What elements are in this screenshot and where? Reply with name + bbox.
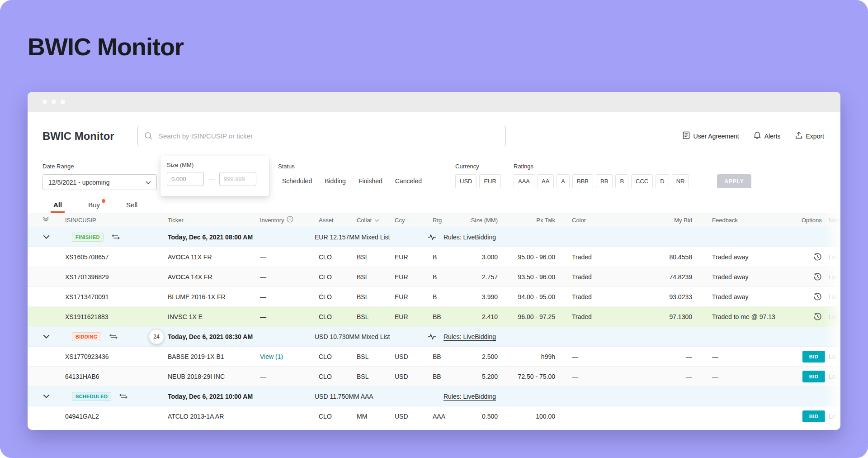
swap-arrows-icon (119, 393, 127, 399)
currency-option-eur[interactable]: EUR (479, 174, 500, 188)
size-max-input[interactable] (219, 172, 256, 186)
column-header-inventory[interactable]: Inventory (260, 216, 319, 224)
tab-buy[interactable]: Buy (85, 201, 103, 213)
user-agreement-button[interactable]: User Agreement (683, 131, 739, 141)
px-talk-link[interactable]: h99h (541, 353, 555, 360)
info-icon[interactable] (287, 216, 293, 224)
asset-cell: CLO (319, 413, 357, 420)
rules-link[interactable]: Rules: LiveBidding (443, 333, 496, 340)
size-min-input[interactable] (167, 172, 204, 186)
rules-link[interactable]: Rules: LiveBidding (443, 393, 496, 400)
status-option-scheduled[interactable]: Scheduled (278, 174, 316, 188)
sort-chevron-icon[interactable] (374, 217, 379, 224)
color-cell: — (561, 413, 660, 420)
rating-option-d[interactable]: D (656, 174, 669, 188)
collapse-group-icon[interactable] (43, 235, 50, 239)
ticker-link[interactable]: AVOCA 11X FR (168, 253, 212, 261)
date-range-label: Date Range (42, 163, 157, 170)
clipped-name-cell: Lo (829, 253, 836, 261)
px-talk-link[interactable]: 100.00 (536, 413, 555, 420)
bid-button[interactable]: BID (802, 371, 825, 382)
column-header-options[interactable]: Options Name (785, 213, 840, 227)
my-bid-cell: — (660, 373, 692, 380)
column-header-color[interactable]: Color (561, 217, 660, 224)
size-cell: 5.200 (468, 373, 500, 380)
status-option-bidding[interactable]: Bidding (321, 174, 350, 188)
rating-option-a[interactable]: A (557, 174, 570, 188)
tab-sell[interactable]: Sell (123, 201, 140, 213)
status-option-canceled[interactable]: Canceled (391, 174, 426, 188)
collapse-all-icon[interactable] (28, 216, 65, 224)
rating-option-bb[interactable]: BB (596, 174, 613, 188)
column-header-isin[interactable]: ISIN/CUSIP (65, 217, 168, 224)
column-header-feedback[interactable]: Feedback (692, 217, 785, 224)
tab-all[interactable]: All (51, 201, 65, 213)
rules-link[interactable]: Rules: LiveBidding (443, 234, 496, 241)
ccy-cell: EUR (395, 313, 433, 320)
size-cell: 3.000 (468, 253, 500, 261)
rating-option-bbb[interactable]: BBB (572, 174, 593, 188)
px-talk-link[interactable]: 95.00 - 96.00 (518, 253, 555, 261)
ticker-link[interactable]: BABSE 2019-1X B1 (168, 353, 224, 360)
rating-option-aaa[interactable]: AAA (514, 174, 534, 188)
isin-cell: XS1701396829 (65, 273, 168, 281)
table-row: XS1770923436 BABSE 2019-1X B1 View (1) C… (28, 347, 840, 367)
rating-option-ccc[interactable]: CCC (631, 174, 653, 188)
ticker-link[interactable]: BLUME 2016-1X FR (168, 293, 226, 301)
ccy-cell: EUR (395, 293, 433, 301)
status-badge: BIDDING (72, 332, 101, 341)
px-talk-link[interactable]: 72.50 - 75.00 (518, 373, 555, 380)
inventory-cell: — (260, 273, 319, 281)
window-control-dot[interactable] (52, 100, 56, 104)
column-header-rtg[interactable]: Rtg (433, 217, 468, 224)
column-header-size[interactable]: Size (MM) (468, 217, 500, 224)
px-talk-link[interactable]: 96.00 - 97.25 (518, 313, 555, 320)
window-control-dot[interactable] (42, 100, 47, 104)
ticker-link[interactable]: ATCLO 2013-1A AR (168, 413, 224, 420)
column-header-ticker[interactable]: Ticker (168, 217, 260, 224)
window-control-dot[interactable] (61, 100, 65, 104)
rtg-cell: B (433, 273, 468, 281)
tab-bar: All Buy Sell (28, 197, 840, 213)
export-button[interactable]: Export (795, 131, 824, 141)
px-talk-link[interactable]: 94.00 - 95.00 (518, 293, 555, 301)
collat-cell: BSL (357, 373, 395, 380)
bwic-table: ISIN/CUSIP Ticker Inventory Asset Collat… (28, 213, 840, 426)
size-cell: 0.500 (468, 413, 500, 420)
rating-option-aa[interactable]: AA (537, 174, 554, 188)
feedback-cell: Traded away (692, 293, 785, 301)
color-cell: — (561, 353, 660, 360)
ticker-link[interactable]: INVSC 1X E (168, 313, 203, 320)
desktop-background: BWIC Monitor BWIC Monitor User Agreement (0, 0, 868, 458)
date-range-select[interactable]: 12/5/2021 - upcoming (42, 174, 157, 190)
apply-button[interactable]: APPLY (717, 174, 751, 188)
history-button[interactable] (813, 312, 822, 321)
column-header-px-talk[interactable]: Px Talk (500, 217, 561, 224)
column-header-collat[interactable]: Collat (357, 217, 395, 224)
history-button[interactable] (813, 272, 822, 281)
rating-option-b[interactable]: B (615, 174, 628, 188)
status-option-finished[interactable]: Finished (354, 174, 387, 188)
column-header-name-clipped: Name (829, 217, 840, 224)
color-cell: Traded (561, 273, 660, 281)
countdown-timer-badge[interactable]: 24 (149, 329, 164, 344)
chevron-down-icon (146, 179, 151, 186)
alerts-button[interactable]: Alerts (754, 131, 781, 141)
column-header-asset[interactable]: Asset (319, 217, 357, 224)
bid-button[interactable]: BID (802, 410, 825, 422)
px-talk-link[interactable]: 93.50 - 96.00 (518, 273, 555, 281)
collapse-group-icon[interactable] (43, 334, 50, 339)
search-input[interactable] (137, 126, 506, 146)
column-header-ccy[interactable]: Ccy (395, 217, 433, 224)
inventory-cell[interactable]: View (1) (260, 353, 319, 360)
collapse-group-icon[interactable] (43, 394, 50, 399)
history-button[interactable] (813, 253, 822, 261)
my-bid-cell: 74.8239 (660, 273, 692, 281)
ticker-link[interactable]: AVOCA 14X FR (168, 273, 212, 281)
history-button[interactable] (813, 292, 822, 301)
rating-option-nr[interactable]: NR (672, 174, 689, 188)
currency-option-usd[interactable]: USD (455, 174, 476, 188)
column-header-my-bid[interactable]: My Bid (660, 217, 692, 224)
ticker-link[interactable]: NEUB 2018-29I INC (168, 373, 225, 380)
bid-button[interactable]: BID (802, 351, 825, 363)
